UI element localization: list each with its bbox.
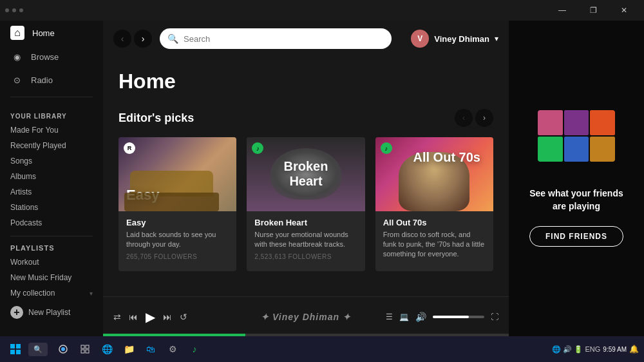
playlist-item-new-music-friday[interactable]: New Music Friday (0, 270, 103, 285)
taskbar-icon-settings[interactable]: ⚙ (162, 339, 183, 359)
card-easy-badge: R (124, 142, 135, 154)
sidebar-item-stations[interactable]: Stations (0, 200, 103, 215)
queue-icon[interactable]: ☰ (386, 312, 393, 321)
title-bar-dots (5, 8, 23, 12)
volume-fill (433, 316, 469, 318)
main-content: ‹ › 🔍 V Viney Dhiman ▾ Home Editor's pic… (103, 21, 509, 336)
art-cell-6 (590, 137, 615, 162)
cards-grid: R Easy Easy Laid back sounds to see you … (118, 137, 493, 271)
sidebar-item-home[interactable]: ⌂ Home (0, 21, 103, 45)
radio-icon: ⊙ (10, 73, 23, 86)
fullscreen-icon[interactable]: ⛶ (491, 312, 498, 321)
card-broken-heart-overlay-label: Broken Heart (276, 159, 336, 189)
svg-rect-2 (10, 350, 15, 354)
user-profile[interactable]: V Viney Dhiman ▾ (411, 30, 498, 48)
taskbar-icon-cortana[interactable] (53, 339, 73, 359)
taskbar: 🔍 🌐 📁 🛍 ⚙ ♪ 🌐 🔊 🔋 ENG (0, 336, 644, 362)
svg-rect-8 (81, 350, 84, 353)
sidebar-item-radio[interactable]: ⊙ Radio (0, 68, 103, 91)
new-playlist-button[interactable]: + New Playlist (0, 301, 103, 324)
section-prev-button[interactable]: ‹ (455, 109, 473, 127)
player-controls: ⇄ ⏮ ▶ ⏭ ↺ (113, 309, 187, 325)
svg-rect-6 (81, 345, 84, 348)
card-broken-heart-info: Broken Heart Nurse your emotional wounds… (247, 211, 365, 269)
close-button[interactable]: ✕ (609, 0, 639, 21)
card-70s-image: ♪ All Out 70s (375, 137, 493, 211)
sidebar: ⌂ Home ◉ Browse ⊙ Radio YOUR LIBRARY Mad… (0, 21, 103, 336)
card-broken-heart[interactable]: ♪ Broken Heart Broken Heart Nurse your e… (247, 137, 365, 271)
sidebar-item-recently-played[interactable]: Recently Played (0, 138, 103, 153)
svg-rect-3 (16, 350, 21, 354)
search-bar[interactable]: 🔍 (160, 28, 392, 49)
art-cell-2 (564, 110, 589, 135)
playlist-item-workout[interactable]: Workout (0, 254, 103, 270)
library-section-title: YOUR LIBRARY (0, 102, 103, 122)
next-track-icon[interactable]: ⏭ (163, 312, 172, 322)
card-broken-heart-artwork: ♪ Broken Heart (247, 137, 365, 211)
restore-button[interactable]: ❐ (578, 0, 608, 21)
section-next-button[interactable]: › (475, 109, 493, 127)
back-button[interactable]: ‹ (113, 30, 131, 48)
sidebar-item-made-for-you[interactable]: Made For You (0, 122, 103, 138)
home-icon: ⌂ (10, 26, 24, 40)
volume-bar[interactable] (433, 316, 484, 318)
chevron-down-icon: ▾ (495, 34, 498, 43)
card-all-out-70s[interactable]: ♪ All Out 70s All Out 70s From disco to … (375, 137, 493, 271)
card-easy[interactable]: R Easy Easy Laid back sounds to see you … (118, 137, 236, 271)
playlist-item-my-collection[interactable]: My collection ▾ (0, 285, 103, 301)
progress-fill (103, 334, 245, 336)
window-controls: — ❐ ✕ (547, 0, 639, 21)
taskbar-icon-task-view[interactable] (75, 339, 95, 359)
art-cell-1 (538, 110, 563, 135)
forward-button[interactable]: › (134, 30, 152, 48)
progress-bar (103, 334, 509, 336)
shuffle-icon[interactable]: ⇄ (113, 312, 121, 322)
my-collection-expand-icon: ▾ (90, 290, 93, 297)
card-70s-overlay-label: All Out 70s (413, 150, 480, 165)
watermark-text: ✦ Viney Dhiman ✦ (261, 312, 351, 322)
taskbar-icon-explorer[interactable]: 📁 (118, 339, 139, 359)
taskbar-icon-edge[interactable]: 🌐 (97, 339, 117, 359)
sidebar-item-artists[interactable]: Artists (0, 184, 103, 200)
taskbar-icon-store[interactable]: 🛍 (140, 339, 161, 359)
sidebar-item-browse[interactable]: ◉ Browse (0, 45, 103, 68)
taskbar-icon-spotify[interactable]: ♪ (184, 339, 205, 359)
art-cell-3 (590, 110, 615, 135)
svg-point-5 (61, 347, 65, 351)
card-70s-desc: From disco to soft rock, and funk to pun… (383, 230, 486, 260)
title-dot-3 (19, 8, 23, 12)
taskbar-volume-icon[interactable]: 🔊 (563, 345, 572, 354)
card-70s-info: All Out 70s From disco to soft rock, and… (375, 211, 493, 271)
card-70s-title: All Out 70s (383, 218, 486, 227)
card-easy-followers: 265,705 FOLLOWERS (126, 253, 229, 260)
card-easy-overlay-label: Easy (126, 187, 159, 204)
taskbar-notification-icon[interactable]: 🔔 (629, 345, 639, 354)
play-pause-icon[interactable]: ▶ (146, 309, 155, 325)
player-right: ☰ 💻 🔊 ⛶ (386, 312, 498, 322)
find-friends-button[interactable]: FIND FRIENDS (529, 226, 623, 247)
friends-text: See what your friends are playing (522, 187, 631, 213)
card-easy-image: R Easy (118, 137, 236, 211)
taskbar-network-icon[interactable]: 🌐 (552, 345, 561, 354)
sidebar-item-songs[interactable]: Songs (0, 153, 103, 169)
volume-icon: 🔊 (415, 312, 426, 322)
card-broken-heart-title: Broken Heart (254, 218, 357, 227)
minimize-button[interactable]: — (547, 0, 577, 21)
card-easy-title: Easy (126, 218, 229, 227)
sidebar-item-podcasts[interactable]: Podcasts (0, 215, 103, 231)
content-scrollable: Home Editor's picks ‹ › R Easy (103, 57, 509, 296)
player-bar: ⇄ ⏮ ▶ ⏭ ↺ ✦ Viney Dhiman ✦ ☰ 💻 🔊 ⛶ (103, 296, 509, 336)
prev-track-icon[interactable]: ⏮ (129, 312, 138, 322)
repeat-icon[interactable]: ↺ (180, 312, 187, 322)
card-broken-heart-desc: Nurse your emotional wounds with these h… (254, 230, 357, 250)
devices-icon[interactable]: 💻 (399, 312, 409, 321)
sidebar-item-albums[interactable]: Albums (0, 169, 103, 184)
taskbar-search[interactable]: 🔍 (28, 343, 48, 356)
nav-arrows: ‹ › (113, 30, 152, 48)
search-input[interactable] (184, 34, 384, 44)
playlists-section-title: PLAYLISTS (0, 242, 103, 254)
friends-art-grid (538, 110, 615, 162)
sidebar-divider-2 (10, 236, 93, 236)
start-button[interactable] (5, 339, 26, 359)
card-broken-heart-image: ♪ Broken Heart (247, 137, 365, 211)
